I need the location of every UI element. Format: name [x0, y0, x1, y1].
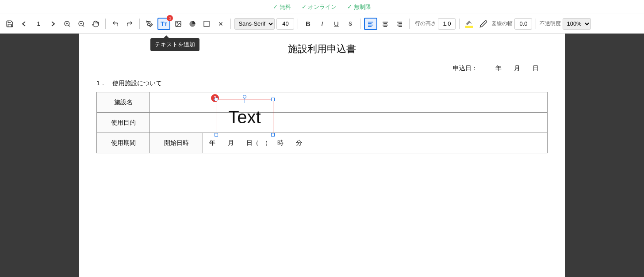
hand-tool-button[interactable] — [89, 18, 102, 30]
sep4 — [298, 19, 298, 29]
bold-button[interactable]: B — [302, 18, 314, 30]
section1-label: 1． 使用施設について — [96, 80, 548, 87]
save-button[interactable] — [4, 18, 16, 30]
zoom-out-button[interactable] — [75, 18, 88, 30]
font-family-select[interactable]: Sans-Serif — [234, 18, 275, 30]
image-button[interactable] — [172, 18, 184, 30]
sidebar-left — [0, 34, 79, 277]
sep5 — [360, 19, 360, 29]
sep3 — [230, 19, 231, 29]
usage-period-label: 使用期間 — [97, 133, 150, 153]
stroke-color-button[interactable] — [477, 18, 490, 30]
redo-button[interactable] — [123, 18, 136, 30]
sep7 — [459, 19, 460, 29]
opacity-label: 不透明度 — [540, 20, 561, 27]
main-area: 施設利用申込書 申込日： 年 月 日 1． 使用施設について 施設名 使用目的 … — [0, 34, 644, 277]
corner-handle-tl[interactable] — [215, 98, 218, 101]
toolbar: 1 Tт 1 — [0, 14, 644, 34]
sep8 — [536, 19, 536, 29]
start-date-value: 年 月 日（ ） 時 分 — [203, 133, 548, 153]
close-tool-button[interactable] — [215, 18, 227, 30]
sidebar-right — [565, 34, 644, 277]
stroke-width-label: 図線の幅 — [491, 20, 513, 27]
start-date-label: 開始日時 — [150, 133, 203, 153]
svg-point-7 — [149, 23, 150, 24]
line-height-label: 行の高さ — [415, 20, 436, 27]
next-page-button[interactable] — [47, 18, 59, 30]
svg-line-5 — [83, 25, 84, 27]
text-box-overlay[interactable]: 2 Text — [216, 99, 273, 135]
corner-handle-tr[interactable] — [271, 98, 275, 101]
sep1 — [105, 19, 106, 29]
underline-button[interactable]: U — [330, 18, 342, 30]
subtitle-label: 申込日： — [453, 65, 478, 72]
sep6 — [409, 19, 410, 29]
table-row: 使用目的 — [97, 113, 548, 133]
facilities-table: 施設名 使用目的 使用期間 開始日時 年 月 日（ ） 時 分 — [96, 92, 548, 153]
align-center-button[interactable] — [379, 18, 391, 30]
whiteout-button[interactable] — [186, 18, 199, 30]
pen-button[interactable] — [143, 18, 156, 30]
svg-point-9 — [177, 22, 178, 23]
align-right-button[interactable] — [393, 18, 406, 30]
shape-button[interactable] — [200, 18, 213, 30]
resize-dot-top[interactable] — [243, 95, 246, 99]
feature-unlimited: ✓ 無制限 — [347, 3, 371, 11]
table-row: 施設名 — [97, 92, 548, 113]
zoom-in-button[interactable] — [61, 18, 73, 30]
strikethrough-button[interactable]: S̶ — [344, 18, 356, 30]
usage-purpose-label: 使用目的 — [97, 113, 150, 133]
font-size-input[interactable] — [276, 18, 294, 30]
stroke-width-input[interactable] — [514, 18, 532, 30]
line-height-input[interactable] — [438, 18, 456, 30]
svg-line-1 — [69, 25, 70, 27]
undo-button[interactable] — [109, 18, 122, 30]
add-text-tooltip: テキストを追加 — [150, 38, 199, 51]
fill-color-button[interactable] — [463, 18, 475, 30]
prev-page-button[interactable] — [18, 18, 30, 30]
usage-purpose-value — [150, 113, 548, 133]
italic-button[interactable]: I — [316, 18, 328, 30]
svg-rect-26 — [465, 26, 473, 28]
sep2 — [139, 19, 140, 29]
subtitle-fields: 年 月 日 — [495, 65, 539, 72]
document-area[interactable]: 施設利用申込書 申込日： 年 月 日 1． 使用施設について 施設名 使用目的 … — [79, 34, 565, 277]
text-tool-wrapper: Tт 1 — [157, 18, 170, 30]
resize-line-top — [245, 99, 245, 103]
feature-online: ✓ オンライン — [302, 3, 337, 11]
text-box-content: Text — [228, 107, 261, 127]
document-subtitle-row: 申込日： 年 月 日 — [96, 65, 539, 72]
svg-rect-11 — [204, 21, 209, 27]
facility-name-label: 施設名 — [97, 92, 150, 113]
corner-handle-bl[interactable] — [215, 133, 218, 137]
text-tool-badge: 1 — [167, 15, 173, 21]
feature-free: ✓ 無料 — [273, 3, 291, 11]
resize-handle-top[interactable] — [243, 95, 246, 103]
table-row: 使用期間 開始日時 年 月 日（ ） 時 分 — [97, 133, 548, 153]
corner-handle-br[interactable] — [271, 133, 275, 137]
top-bar: ✓ 無料 ✓ オンライン ✓ 無制限 — [0, 0, 644, 14]
facility-name-value — [150, 92, 548, 113]
align-left-button[interactable] — [364, 18, 377, 30]
page-number: 1 — [32, 20, 45, 27]
opacity-select[interactable]: 100% — [563, 18, 591, 30]
